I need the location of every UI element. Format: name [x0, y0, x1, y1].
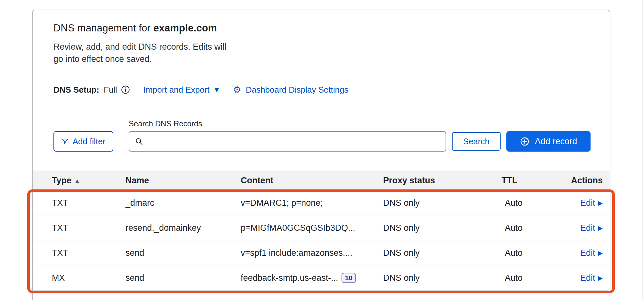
record-content: p=MIGfMA0GCSqGSIb3DQ... [241, 215, 355, 240]
gear-icon: ⚙ [233, 85, 241, 95]
column-header-content: Content [241, 171, 273, 190]
record-proxy-status: DNS only [383, 215, 420, 240]
record-proxy-status: DNS only [383, 265, 420, 290]
record-edit-link[interactable]: Edit ▶ [580, 190, 603, 215]
table-header: Type▲ Name Content Proxy status TTL Acti… [33, 171, 610, 190]
record-name: _dmarc [125, 190, 154, 215]
record-type: MX [52, 265, 65, 290]
search-icon [135, 138, 143, 146]
edit-label: Edit [580, 190, 595, 215]
record-edit-link[interactable]: Edit ▶ [580, 240, 603, 265]
record-content-text: feedback-smtp.us-east-... [241, 265, 338, 290]
table-row: TXT send v=spf1 include:amazonses.... DN… [33, 240, 610, 265]
table-row: TXT _dmarc v=DMARC1; p=none; DNS only Au… [33, 190, 610, 215]
table-row: TXT resend._domainkey p=MIGfMA0GCSqGSIb3… [33, 215, 610, 240]
dashboard-display-settings-label: Dashboard Display Settings [246, 85, 349, 95]
record-content-text: p=MIGfMA0GCSqGSIb3DQ... [241, 215, 355, 240]
record-type: TXT [52, 240, 68, 265]
edit-caret-icon: ▶ [598, 265, 603, 290]
record-content: v=spf1 include:amazonses.... [241, 240, 352, 265]
column-header-name: Name [125, 171, 149, 190]
record-name: resend._domainkey [125, 215, 201, 240]
filter-funnel-icon [61, 138, 69, 145]
page-title-domain: example.com [153, 22, 217, 34]
record-ttl: Auto [505, 240, 523, 265]
record-type: TXT [52, 215, 68, 240]
record-content: v=DMARC1; p=none; [241, 190, 323, 215]
mx-priority-badge: 10 [342, 273, 356, 283]
page-title: DNS management for example.com [53, 22, 217, 34]
record-edit-link[interactable]: Edit ▶ [580, 265, 603, 290]
edit-label: Edit [580, 265, 595, 290]
page-right-border [642, 0, 643, 300]
record-ttl: Auto [505, 265, 523, 290]
plus-circle-icon [520, 137, 530, 146]
record-type: TXT [52, 190, 68, 215]
dns-setup-row: DNS Setup: Full Import and Export ▼ ⚙ Da… [53, 83, 348, 96]
info-icon[interactable] [121, 85, 130, 94]
record-edit-link[interactable]: Edit ▶ [580, 215, 603, 240]
record-content-text: v=spf1 include:amazonses.... [241, 240, 352, 265]
search-input-container [129, 131, 446, 152]
edit-caret-icon: ▶ [598, 190, 603, 215]
page-title-prefix: DNS management for [53, 22, 153, 34]
record-proxy-status: DNS only [383, 240, 420, 265]
column-header-proxy-status: Proxy status [383, 171, 435, 190]
table-body: TXT _dmarc v=DMARC1; p=none; DNS only Au… [33, 190, 610, 291]
add-record-button[interactable]: Add record [506, 131, 591, 152]
record-content: feedback-smtp.us-east-... 10 [241, 265, 356, 290]
search-button[interactable]: Search [452, 132, 501, 151]
table-row: MX send feedback-smtp.us-east-... 10 DNS… [33, 265, 610, 290]
search-label: Search DNS Records [129, 119, 202, 128]
import-export-link[interactable]: Import and Export ▼ [143, 85, 219, 95]
sort-asc-icon: ▲ [75, 178, 79, 184]
page-description: Review, add, and edit DNS records. Edits… [53, 41, 233, 65]
add-filter-label: Add filter [73, 137, 106, 146]
record-name: send [125, 265, 144, 290]
record-proxy-status: DNS only [383, 190, 420, 215]
column-header-ttl: TTL [502, 171, 517, 190]
search-input[interactable] [148, 136, 440, 147]
record-ttl: Auto [505, 215, 523, 240]
column-header-actions: Actions [571, 171, 603, 190]
column-header-type[interactable]: Type▲ [52, 171, 79, 190]
edit-caret-icon: ▶ [598, 240, 603, 265]
record-ttl: Auto [505, 190, 523, 215]
edit-label: Edit [580, 240, 595, 265]
chevron-down-icon: ▼ [215, 87, 219, 93]
add-record-label: Add record [535, 137, 577, 146]
record-content-text: v=DMARC1; p=none; [241, 190, 323, 215]
dashboard-display-settings-link[interactable]: Dashboard Display Settings [246, 85, 349, 95]
edit-label: Edit [580, 215, 595, 240]
edit-caret-icon: ▶ [598, 215, 603, 240]
dns-management-card: DNS management for example.com Review, a… [32, 10, 610, 300]
add-filter-button[interactable]: Add filter [53, 131, 113, 152]
dns-setup-label: DNS Setup: [53, 85, 99, 95]
import-export-label: Import and Export [143, 85, 210, 95]
dns-setup-value: Full [104, 85, 117, 95]
record-name: send [125, 240, 144, 265]
